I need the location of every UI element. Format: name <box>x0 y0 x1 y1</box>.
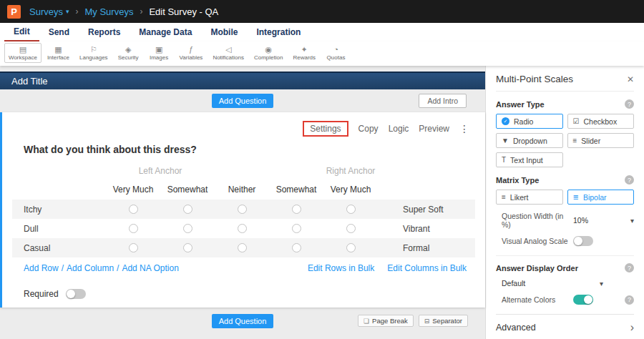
answer-type-radio[interactable]: ✓ Radio <box>496 114 563 129</box>
row-label-right: Super Soft <box>378 205 475 215</box>
matrix-radio[interactable] <box>183 205 192 214</box>
matrix-radio[interactable] <box>183 243 192 252</box>
brand-logo[interactable]: P <box>7 5 21 19</box>
advanced-section[interactable]: Advanced › <box>496 314 634 333</box>
alternate-colors-label: Alternate Colors <box>502 295 573 304</box>
alternate-colors-toggle[interactable] <box>573 295 593 305</box>
toolbar-item-completion[interactable]: ◉ Completion <box>250 43 287 63</box>
column-header: Very Much <box>323 185 378 195</box>
help-icon[interactable]: ? <box>625 99 634 109</box>
preview-button[interactable]: Preview <box>419 124 449 134</box>
add-question-row: Add Question Add Intro <box>0 89 485 112</box>
breadcrumb-separator: › <box>140 6 142 16</box>
help-icon[interactable]: ? <box>625 263 634 272</box>
add-question-button-bottom[interactable]: Add Question <box>212 314 274 328</box>
rewards-icon: ✦ <box>301 45 308 54</box>
question-text[interactable]: What do you think about this dress? <box>2 137 485 159</box>
panel-header: Multi-Point Scales ✕ <box>496 69 634 92</box>
column-header: Somewhat <box>269 185 323 195</box>
alternate-colors-row: Alternate Colors ? <box>496 295 634 305</box>
matrix-type-bipolar[interactable]: ≣ Bipolar <box>567 190 635 205</box>
answer-type-slider[interactable]: ≡ Slider <box>567 133 635 148</box>
matrix-radio[interactable] <box>238 205 247 214</box>
add-column-link[interactable]: Add Column <box>67 263 114 273</box>
toolbar-label: Languages <box>79 54 108 61</box>
toolbar-item-rewards[interactable]: ✦ Rewards <box>288 43 320 63</box>
slider-icon: ≡ <box>573 137 577 144</box>
toolbar-item-workspace[interactable]: ▤ Workspace <box>4 43 42 63</box>
menu-item-manage-data[interactable]: Manage Data <box>130 23 201 41</box>
toolbar-label: Security <box>118 54 139 61</box>
visual-analog-label: Visual Analog Scale <box>502 237 573 245</box>
separator-button[interactable]: ⊟ Separator <box>419 315 468 327</box>
matrix-radio[interactable] <box>238 224 247 233</box>
option-label: Text Input <box>510 156 543 164</box>
matrix-radio[interactable] <box>292 205 301 214</box>
matrix-radio[interactable] <box>183 224 192 233</box>
answer-type-text-input[interactable]: T Text Input <box>496 152 563 167</box>
edit-rows-bulk-link[interactable]: Edit Rows in Bulk <box>308 263 374 273</box>
toolbar-item-languages[interactable]: ⚐ Languages <box>75 43 112 63</box>
add-question-button-top[interactable]: Add Question <box>212 94 274 108</box>
help-icon[interactable]: ? <box>625 295 634 305</box>
caret-down-icon[interactable]: ▾ <box>630 217 634 225</box>
matrix-type-label: Matrix Type <box>496 176 539 185</box>
images-icon: ▣ <box>155 45 162 54</box>
matrix-radio[interactable] <box>346 205 356 214</box>
menu-item-edit[interactable]: Edit <box>4 23 39 41</box>
question-width-value[interactable]: 10% <box>573 216 588 225</box>
edit-columns-bulk-link[interactable]: Edit Columns in Bulk <box>387 263 467 273</box>
toolbar-item-security[interactable]: ◈ Security <box>114 43 143 63</box>
matrix-radio[interactable] <box>129 205 138 214</box>
matrix-radio[interactable] <box>292 224 301 233</box>
option-label: Bipolar <box>583 193 607 202</box>
bipolar-icon: ≣ <box>573 194 579 201</box>
toolbar-label: Notifications <box>213 54 244 61</box>
radio-selected-icon: ✓ <box>502 117 509 125</box>
add-na-option-link[interactable]: Add NA Option <box>122 263 178 273</box>
app: P Surveys ▾ › My Surveys › Edit Survey -… <box>0 0 644 339</box>
menu-item-reports[interactable]: Reports <box>79 23 130 41</box>
matrix-radio[interactable] <box>129 224 138 233</box>
menu-item-mobile[interactable]: Mobile <box>201 23 247 41</box>
column-header: Neither <box>215 185 269 195</box>
required-toggle[interactable] <box>66 289 86 299</box>
close-icon[interactable]: ✕ <box>627 74 634 84</box>
workspace-icon: ▤ <box>19 45 26 54</box>
settings-button[interactable]: Settings <box>310 124 341 134</box>
matrix-radio[interactable] <box>346 224 356 233</box>
toolbar-item-images[interactable]: ▣ Images <box>145 43 174 63</box>
toolbar-item-interface[interactable]: ▦ Interface <box>43 43 74 63</box>
kebab-menu-icon[interactable]: ⋮ <box>459 123 469 134</box>
matrix-row: Casual Formal <box>12 238 475 257</box>
toolbar-item-quotas[interactable]: ◔ Quotas <box>321 43 351 63</box>
survey-title-bar[interactable]: Add Title <box>0 72 485 89</box>
copy-button[interactable]: Copy <box>358 124 379 134</box>
answer-type-dropdown[interactable]: ▼ Dropdown <box>496 133 563 148</box>
required-row: Required <box>2 289 485 299</box>
menu-item-send[interactable]: Send <box>39 23 79 41</box>
toolbar-item-variables[interactable]: ƒ Variables <box>175 43 208 63</box>
answer-type-checkbox[interactable]: ☑ Checkbox <box>567 114 635 129</box>
toolbar-item-notifications[interactable]: ◁ Notifications <box>208 43 248 63</box>
matrix-radio[interactable] <box>292 243 301 252</box>
visual-analog-toggle[interactable] <box>573 236 593 246</box>
logic-button[interactable]: Logic <box>389 124 409 134</box>
matrix-radio[interactable] <box>238 243 247 252</box>
breadcrumb-my-surveys[interactable]: My Surveys <box>85 6 134 17</box>
answer-display-order-section: Answer Display Order ? <box>496 255 634 272</box>
chevron-right-icon: › <box>630 322 634 333</box>
add-intro-button[interactable]: Add Intro <box>419 94 467 108</box>
matrix-radio[interactable] <box>346 243 356 252</box>
menu-item-integration[interactable]: Integration <box>247 23 310 41</box>
annotation-highlight: Settings <box>303 121 348 137</box>
matrix-radio[interactable] <box>129 243 138 252</box>
add-row-link[interactable]: Add Row <box>24 263 59 273</box>
question-actions: Settings Copy Logic Preview ⋮ <box>2 112 485 137</box>
help-icon[interactable]: ? <box>625 175 634 185</box>
page-break-button[interactable]: ❏ Page Break <box>358 315 414 327</box>
caret-down-icon: ▾ <box>66 8 69 15</box>
matrix-type-likert[interactable]: ≡ Likert <box>496 190 563 205</box>
display-order-dropdown[interactable]: Default ▾ <box>496 279 603 288</box>
breadcrumb-surveys[interactable]: Surveys ▾ <box>29 6 69 17</box>
